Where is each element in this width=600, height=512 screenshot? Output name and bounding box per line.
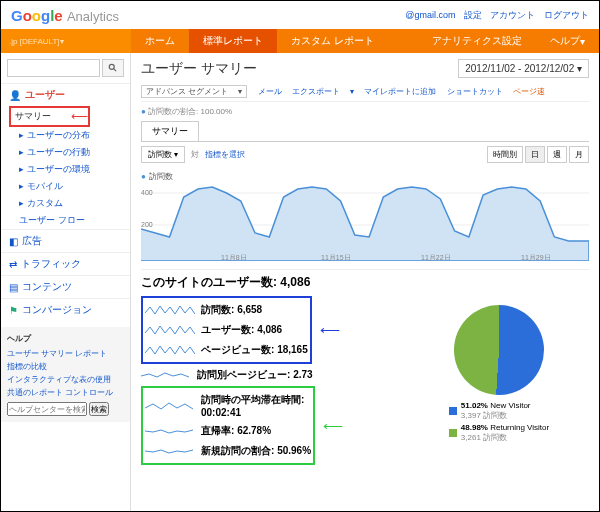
metric-list: 訪問数: 6,658 ユーザー数: 4,086 ページビュー数: 18,165 …	[141, 295, 409, 466]
sparkline-icon	[145, 424, 195, 438]
pie-chart	[454, 305, 544, 395]
chart-legend: 訪問数	[141, 171, 173, 182]
help-search-input[interactable]	[7, 402, 87, 416]
visitor-pie: 51.02% New Visitor3,397 訪問数 48.98% Retur…	[409, 295, 589, 466]
tool-shortcut[interactable]: ショートカット	[447, 87, 503, 96]
advanced-segment[interactable]: アドバンス セグメント ▾	[141, 85, 247, 98]
link-logout[interactable]: ログアウト	[544, 10, 589, 20]
subnav-environment[interactable]: ▸ ユーザーの環境	[1, 161, 130, 178]
nav-ads[interactable]: ◧広告	[1, 229, 130, 252]
nav-traffic[interactable]: ⇄トラフィック	[1, 252, 130, 275]
traffic-icon: ⇄	[9, 259, 17, 270]
search-button[interactable]	[102, 59, 124, 77]
subnav-custom[interactable]: ▸ カスタム	[1, 195, 130, 212]
help-title: ヘルプ	[7, 333, 124, 344]
sparkline-icon	[145, 444, 195, 458]
metric-select[interactable]: 訪問数 ▾	[141, 146, 185, 163]
help-link[interactable]: 指標の比較	[7, 360, 124, 373]
toolbar: アドバンス セグメント ▾ メール エクスポート ▾ マイレポートに追加 ショー…	[141, 82, 589, 102]
arrow-green-icon: ⟵	[323, 418, 343, 434]
time-day[interactable]: 日	[525, 146, 545, 163]
tool-export[interactable]: エクスポート ▾	[292, 87, 354, 96]
time-hour[interactable]: 時間別	[487, 146, 523, 163]
help-box: ヘルプ ユーザー サマリー レポート 指標の比較 インタラクティブな表の使用 共…	[1, 327, 130, 422]
time-week[interactable]: 週	[547, 146, 567, 163]
visits-chart: 訪問数 400 200 11月8日 11月15日 11月22日 11月29日	[141, 171, 589, 261]
time-month[interactable]: 月	[569, 146, 589, 163]
tool-myreport[interactable]: マイレポートに追加	[364, 87, 436, 96]
tool-mail[interactable]: メール	[258, 87, 282, 96]
tab-summary[interactable]: サマリー	[141, 121, 199, 141]
sparkline-icon	[145, 323, 195, 337]
email: @gmail.com	[405, 10, 455, 20]
help-link[interactable]: ユーザー サマリー レポート	[7, 347, 124, 360]
sparkline-icon	[145, 399, 195, 413]
arrow-red-icon: ⟵	[71, 109, 88, 123]
sparkline-icon	[145, 303, 195, 317]
subnav-mobile[interactable]: ▸ モバイル	[1, 178, 130, 195]
tool-pagespeed[interactable]: ページ速	[513, 87, 545, 96]
help-search-button[interactable]: 検索	[89, 402, 109, 416]
content: ユーザー サマリー 2012/11/02 - 2012/12/02 ▾ アドバン…	[131, 53, 599, 512]
site-summary: このサイトのユーザー数: 4,086	[141, 269, 589, 295]
help-link[interactable]: インタラクティブな表の使用	[7, 373, 124, 386]
tab-help[interactable]: ヘルプ ▾	[536, 29, 599, 53]
arrow-blue-icon: ⟵	[320, 322, 340, 338]
legend-swatch-icon	[449, 429, 457, 437]
nav-users[interactable]: 👤ユーザー	[1, 83, 130, 106]
tab-home[interactable]: ホーム	[131, 29, 189, 53]
ads-icon: ◧	[9, 236, 18, 247]
user-icon: 👤	[9, 90, 21, 101]
subnav-userflow[interactable]: ユーザー フロー	[1, 212, 130, 229]
tab-admin[interactable]: アナリティクス設定	[418, 29, 536, 53]
link-account[interactable]: アカウント	[490, 10, 535, 20]
svg-point-0	[109, 64, 114, 69]
legend-swatch-icon	[449, 407, 457, 415]
metric-compare[interactable]: 指標を選択	[205, 149, 245, 160]
logo: Google Analytics	[11, 7, 119, 24]
visit-ratio: ● 訪問数の割合: 100.00%	[141, 102, 589, 121]
sparkline-icon	[145, 343, 195, 357]
search-input[interactable]	[7, 59, 100, 77]
nav-bar: .jp [DEFAULT] ▾ ホーム 標準レポート カスタム レポート アナリ…	[1, 29, 599, 53]
tab-report[interactable]: 標準レポート	[189, 29, 277, 53]
sidebar-search	[7, 59, 124, 77]
nav-conversion[interactable]: ⚑コンバージョン	[1, 298, 130, 321]
flag-icon: ⚑	[9, 305, 18, 316]
header-links: @gmail.com 設定 アカウント ログアウト	[399, 9, 589, 22]
sidebar: 👤ユーザー サマリー ⟵ ▸ ユーザーの分布 ▸ ユーザーの行動 ▸ ユーザーの…	[1, 53, 131, 512]
content-icon: ▤	[9, 282, 18, 293]
svg-line-1	[114, 68, 117, 71]
vs-label: 対	[191, 149, 199, 160]
subnav-behavior[interactable]: ▸ ユーザーの行動	[1, 144, 130, 161]
sparkline-icon	[141, 368, 191, 382]
link-settings[interactable]: 設定	[464, 10, 482, 20]
tab-custom[interactable]: カスタム レポート	[277, 29, 388, 53]
header: Google Analytics @gmail.com 設定 アカウント ログア…	[1, 1, 599, 29]
page-title: ユーザー サマリー	[141, 60, 257, 78]
nav-content[interactable]: ▤コンテンツ	[1, 275, 130, 298]
subnav-distribution[interactable]: ▸ ユーザーの分布	[1, 127, 130, 144]
account-selector[interactable]: .jp [DEFAULT] ▾	[1, 29, 131, 53]
help-link[interactable]: 共通のレポート コントロール	[7, 386, 124, 399]
date-range-picker[interactable]: 2012/11/02 - 2012/12/02 ▾	[458, 59, 589, 78]
